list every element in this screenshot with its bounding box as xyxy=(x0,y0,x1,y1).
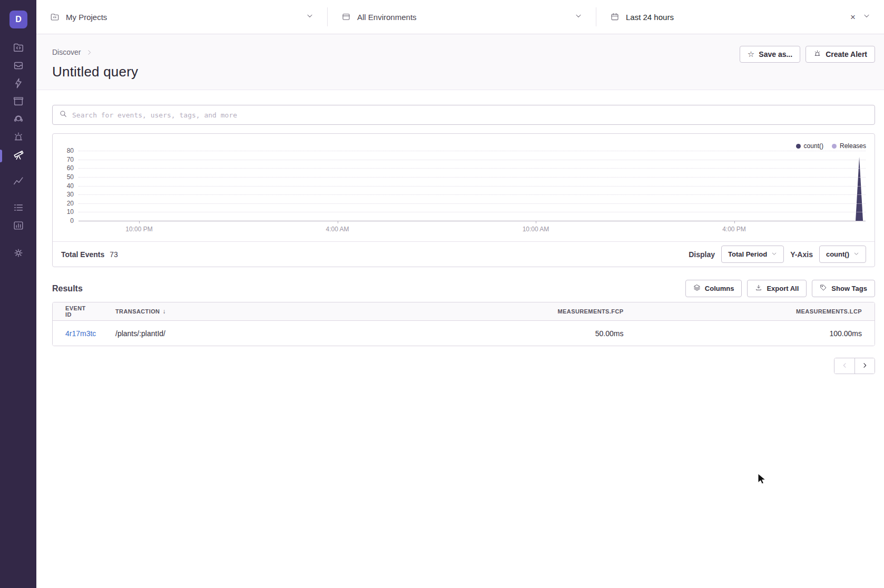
legend-item-releases[interactable]: Releases xyxy=(832,142,866,150)
lcp-cell: 100.00ms xyxy=(636,329,875,338)
calendar-icon xyxy=(610,12,620,22)
search-input[interactable] xyxy=(72,111,868,119)
chart-plot[interactable] xyxy=(78,151,866,221)
count-series-dot xyxy=(796,144,801,149)
chevron-left-icon xyxy=(841,361,848,371)
sidebar-item-performance[interactable] xyxy=(0,75,36,93)
event-id-header-label: EVENT ID xyxy=(65,305,90,318)
topbar: My Projects All Environments Last 24 hou… xyxy=(36,0,884,34)
support-headset-icon xyxy=(13,113,24,127)
y-tick-label: 0 xyxy=(53,217,74,224)
gridline xyxy=(78,160,866,160)
sidebar-item-user-feedback[interactable] xyxy=(0,111,36,129)
sidebar-item-alerts[interactable] xyxy=(0,129,36,147)
main-column: My Projects All Environments Last 24 hou… xyxy=(36,0,884,588)
search-bar xyxy=(52,105,875,125)
save-as-button[interactable]: ☆ Save as... xyxy=(740,46,800,63)
sidebar-nav xyxy=(0,40,36,263)
gridline xyxy=(78,177,866,178)
y-tick-label: 50 xyxy=(53,173,74,181)
event-id-link[interactable]: 4r17m3tc xyxy=(65,329,96,338)
y-tick-label: 20 xyxy=(53,200,74,207)
display-label: Display xyxy=(689,250,715,259)
legend-releases-label: Releases xyxy=(840,142,866,150)
sidebar-item-queries[interactable] xyxy=(0,200,36,218)
breadcrumb-discover-link[interactable]: Discover xyxy=(52,48,81,56)
pagination-group xyxy=(834,358,875,374)
chart-controls: Display Total Period Y-Axis count() xyxy=(689,246,866,263)
table-row: 4r17m3tc /plants/:plantId/ 50.00ms 100.0… xyxy=(53,321,875,346)
telescope-icon xyxy=(13,149,24,163)
project-selector[interactable]: My Projects xyxy=(36,0,327,34)
column-header-measurements-fcp[interactable]: MEASUREMENTS.FCP xyxy=(398,308,636,315)
page-header: Discover Untitled query ☆ Save as... Cre… xyxy=(36,34,884,90)
gridline xyxy=(78,168,866,169)
chart-legend: count() Releases xyxy=(796,142,866,150)
header-actions: ☆ Save as... Create Alert xyxy=(740,46,875,63)
export-all-button[interactable]: Export All xyxy=(747,280,807,297)
spike-polygon xyxy=(856,157,863,221)
x-tick-mark xyxy=(139,221,140,223)
sidebar-item-projects[interactable] xyxy=(0,40,36,57)
org-avatar[interactable]: D xyxy=(9,11,27,28)
line-graph-icon xyxy=(13,175,24,189)
column-header-event-id[interactable]: EVENT ID xyxy=(53,305,103,318)
events-chart-panel: count() Releases 01020304050607080 10:00… xyxy=(52,133,875,267)
environment-selector[interactable]: All Environments xyxy=(328,0,596,34)
page-title: Untitled query xyxy=(52,64,875,80)
active-indicator xyxy=(0,150,2,162)
bar-chart-icon xyxy=(13,220,24,233)
create-alert-button[interactable]: Create Alert xyxy=(806,46,875,63)
gridline xyxy=(78,151,866,151)
sidebar-item-settings[interactable] xyxy=(0,245,36,263)
show-tags-button[interactable]: Show Tags xyxy=(812,280,875,297)
yaxis-dropdown[interactable]: count() xyxy=(819,246,866,263)
next-page-button[interactable] xyxy=(854,358,875,374)
sidebar-item-discover[interactable] xyxy=(0,147,36,165)
project-folder-icon xyxy=(50,12,60,22)
tag-icon xyxy=(820,284,827,293)
download-icon xyxy=(755,284,762,293)
chevron-down-icon xyxy=(575,12,582,22)
content: count() Releases 01020304050607080 10:00… xyxy=(36,90,884,588)
sidebar-item-stats[interactable] xyxy=(0,218,36,236)
lightning-icon xyxy=(13,77,24,91)
transaction-header-label: TRANSACTION xyxy=(115,308,160,315)
legend-count-label: count() xyxy=(804,142,823,150)
columns-button[interactable]: Columns xyxy=(685,280,742,297)
column-header-transaction[interactable]: TRANSACTION ↓ xyxy=(103,308,398,315)
date-range-label: Last 24 hours xyxy=(626,13,674,22)
legend-item-count[interactable]: count() xyxy=(796,142,823,150)
results-table: EVENT ID TRANSACTION ↓ MEASUREMENTS.FCP … xyxy=(52,302,875,346)
yaxis-label: Y-Axis xyxy=(790,250,813,259)
clear-date-icon[interactable]: × xyxy=(850,13,856,22)
sidebar-item-issues[interactable] xyxy=(0,57,36,75)
save-as-label: Save as... xyxy=(759,50,792,58)
chevron-down-icon xyxy=(863,12,870,22)
x-tick-label: 10:00 PM xyxy=(125,226,152,233)
fcp-cell: 50.00ms xyxy=(398,329,636,338)
gear-icon xyxy=(13,247,24,261)
x-tick-mark xyxy=(338,221,338,223)
previous-page-button[interactable] xyxy=(834,358,854,374)
fcp-header-label: MEASUREMENTS.FCP xyxy=(558,308,624,315)
display-dropdown[interactable]: Total Period xyxy=(721,246,784,263)
chart-x-axis: 10:00 PM4:00 AM10:00 AM4:00 PM xyxy=(78,226,866,234)
y-tick-label: 60 xyxy=(53,164,74,172)
chevron-down-icon xyxy=(771,250,777,258)
x-tick-label: 4:00 PM xyxy=(722,226,746,233)
column-header-measurements-lcp[interactable]: MEASUREMENTS.LCP xyxy=(636,308,875,315)
gridline xyxy=(78,203,866,204)
siren-icon xyxy=(813,50,821,59)
create-alert-label: Create Alert xyxy=(826,50,867,58)
sidebar-item-metrics[interactable] xyxy=(0,173,36,191)
date-range-selector[interactable]: Last 24 hours × xyxy=(596,0,884,34)
transaction-cell: /plants/:plantId/ xyxy=(103,329,398,338)
results-header: Results Columns Export All Show Tags xyxy=(52,280,875,297)
releases-box-icon xyxy=(13,95,24,109)
sidebar-item-releases[interactable] xyxy=(0,93,36,111)
chevron-down-icon xyxy=(853,250,859,258)
display-value: Total Period xyxy=(728,250,767,258)
chart-footer: Total Events 73 Display Total Period Y-A… xyxy=(53,241,875,267)
sort-desc-icon: ↓ xyxy=(162,308,165,315)
